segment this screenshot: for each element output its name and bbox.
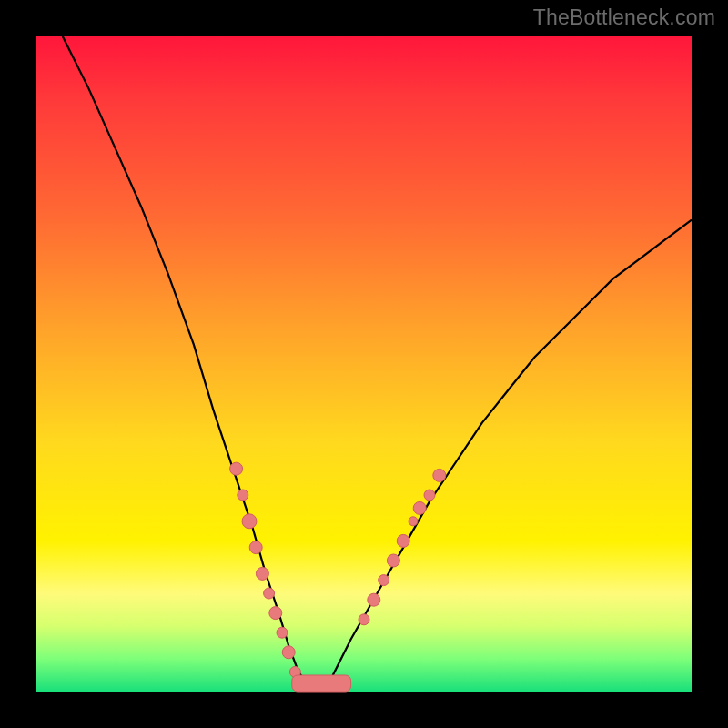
marker-dot [368, 593, 380, 606]
marker-group [230, 462, 446, 677]
marker-dot [379, 575, 389, 586]
plot-area [36, 36, 692, 692]
marker-dot [249, 541, 262, 554]
marker-dot [277, 627, 288, 638]
watermark-text: TheBottleneck.com [533, 5, 715, 30]
marker-dot [230, 462, 243, 475]
marker-dot [387, 554, 399, 567]
marker-dot [433, 469, 446, 481]
marker-dot [269, 607, 282, 620]
marker-dot [282, 646, 295, 659]
marker-dot [264, 588, 275, 599]
marker-dot [238, 490, 248, 500]
marker-dot [413, 501, 426, 514]
chart-svg [36, 36, 692, 692]
marker-dot [397, 534, 410, 547]
bottleneck-curve [63, 36, 692, 692]
chart-frame: TheBottleneck.com [0, 0, 728, 728]
marker-dot [242, 514, 257, 529]
marker-dot [424, 490, 435, 500]
marker-dot [256, 567, 268, 580]
valley-baseline [292, 675, 351, 692]
marker-dot [409, 517, 418, 526]
marker-dot [359, 614, 369, 625]
